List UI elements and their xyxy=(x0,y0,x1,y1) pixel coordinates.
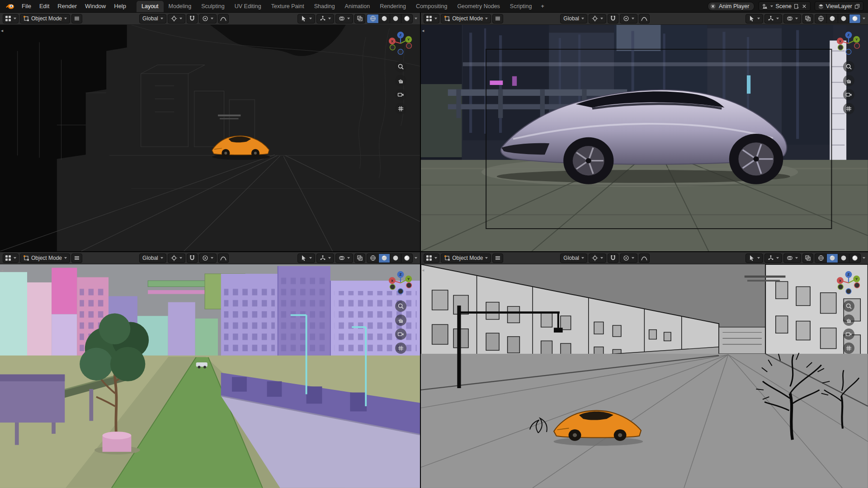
xray-toggle-button[interactable] xyxy=(354,14,365,23)
shading-rendered-button[interactable] xyxy=(401,254,412,263)
workspace-tab-animation[interactable]: Animation xyxy=(340,1,375,12)
viewport-canvas-solid-mono[interactable]: Z Y X xyxy=(421,264,868,488)
menu-edit[interactable]: Edit xyxy=(35,0,53,13)
zoom-button[interactable] xyxy=(395,61,406,72)
workspace-tab-shading[interactable]: Shading xyxy=(309,1,340,12)
unlink-scene-icon[interactable] xyxy=(802,4,807,9)
object-visibility-dropdown[interactable] xyxy=(297,253,315,263)
pan-view-button[interactable] xyxy=(395,314,406,326)
workspace-tab-uv-editing[interactable]: UV Editing xyxy=(230,1,266,12)
workspace-tab-modeling[interactable]: Modeling xyxy=(164,1,197,12)
falloff-button[interactable] xyxy=(639,14,650,23)
shading-material-button[interactable] xyxy=(390,254,401,263)
shading-material-button[interactable] xyxy=(390,14,401,23)
shading-material-button[interactable] xyxy=(838,14,849,23)
object-visibility-dropdown[interactable] xyxy=(297,14,315,23)
grid-orthographic-button[interactable] xyxy=(395,343,406,354)
shading-options-chevron[interactable] xyxy=(863,18,865,19)
workspace-tab-texture-paint[interactable]: Texture Paint xyxy=(266,1,309,12)
zoom-button[interactable] xyxy=(843,300,854,312)
xray-toggle-button[interactable] xyxy=(802,14,813,23)
shading-wireframe-button[interactable] xyxy=(815,14,826,23)
camera-view-button[interactable] xyxy=(395,89,406,100)
grid-orthographic-button[interactable] xyxy=(843,343,854,354)
proportional-editing-dropdown[interactable] xyxy=(199,253,217,263)
anim-player-indicator[interactable]: Anim Player xyxy=(708,2,755,11)
shading-wireframe-button[interactable] xyxy=(815,254,826,263)
shading-wireframe-button[interactable] xyxy=(367,254,378,263)
toolbar-toggle-arrow[interactable]: ◂ xyxy=(422,268,424,272)
viewport-canvas-solid-color[interactable]: Z Y X xyxy=(0,264,420,488)
workspace-tab-sculpting[interactable]: Sculpting xyxy=(196,1,229,12)
workspace-tab-rendering[interactable]: Rendering xyxy=(375,1,411,12)
pan-view-button[interactable] xyxy=(843,314,854,326)
blender-menu-button[interactable] xyxy=(3,3,18,10)
menu-help[interactable]: Help xyxy=(110,0,130,13)
view-axis-gizmo[interactable]: Z Y X xyxy=(387,29,415,57)
mode-dropdown[interactable]: Object Mode xyxy=(441,253,491,263)
close-circle-icon[interactable] xyxy=(710,3,716,9)
snap-toggle-button[interactable] xyxy=(608,253,618,263)
editor-type-button[interactable] xyxy=(424,14,439,23)
snap-target-dropdown[interactable] xyxy=(589,14,606,23)
add-workspace-button[interactable]: + xyxy=(537,1,548,12)
snap-target-dropdown[interactable] xyxy=(168,14,185,23)
copy-layer-icon[interactable] xyxy=(854,4,860,9)
xray-toggle-button[interactable] xyxy=(802,253,813,263)
transform-orientation-dropdown[interactable]: Global xyxy=(139,14,166,23)
view-axis-gizmo[interactable]: Z Y X xyxy=(835,269,863,297)
viewport-canvas-rendered[interactable]: Z Y X xyxy=(421,25,868,251)
camera-view-button[interactable] xyxy=(843,328,854,340)
workspace-tab-scripting[interactable]: Scripting xyxy=(505,1,537,12)
workspace-tab-compositing[interactable]: Compositing xyxy=(411,1,452,12)
transform-orientation-dropdown[interactable]: Global xyxy=(139,253,166,263)
transform-orientation-dropdown[interactable]: Global xyxy=(560,253,587,263)
pan-view-button[interactable] xyxy=(395,75,406,86)
transform-orientation-dropdown[interactable]: Global xyxy=(560,14,587,23)
viewport-menus-button[interactable] xyxy=(492,14,503,23)
falloff-button[interactable] xyxy=(639,253,650,263)
snap-toggle-button[interactable] xyxy=(187,14,198,23)
overlays-dropdown[interactable] xyxy=(335,253,353,263)
grid-orthographic-button[interactable] xyxy=(843,103,854,114)
camera-view-button[interactable] xyxy=(843,89,854,100)
snap-target-dropdown[interactable] xyxy=(589,253,606,263)
workspace-tab-layout[interactable]: Layout xyxy=(137,1,164,12)
proportional-editing-dropdown[interactable] xyxy=(620,253,637,263)
view-axis-gizmo[interactable]: Z Y X xyxy=(835,29,863,57)
overlays-dropdown[interactable] xyxy=(783,253,801,263)
shading-options-chevron[interactable] xyxy=(415,257,417,259)
object-visibility-dropdown[interactable] xyxy=(745,14,763,23)
toolbar-toggle-arrow[interactable]: ◂ xyxy=(1,28,3,33)
toolbar-toggle-arrow[interactable]: ◂ xyxy=(422,28,424,33)
shading-solid-button[interactable] xyxy=(826,254,838,263)
toolbar-toggle-arrow[interactable]: ◂ xyxy=(1,268,3,272)
falloff-button[interactable] xyxy=(218,253,229,263)
viewport-menus-button[interactable] xyxy=(492,253,503,263)
editor-type-button[interactable] xyxy=(3,253,19,263)
gizmos-dropdown[interactable] xyxy=(764,14,782,23)
shading-solid-button[interactable] xyxy=(826,14,838,23)
viewport-menus-button[interactable] xyxy=(71,253,82,263)
view-layer-selector[interactable]: ViewLayer xyxy=(815,1,863,11)
shading-wireframe-button[interactable] xyxy=(367,14,378,23)
shading-solid-button[interactable] xyxy=(378,14,390,23)
menu-file[interactable]: File xyxy=(18,0,35,13)
proportional-editing-dropdown[interactable] xyxy=(620,14,637,23)
gizmos-dropdown[interactable] xyxy=(316,14,334,23)
shading-rendered-button[interactable] xyxy=(401,14,412,23)
snap-toggle-button[interactable] xyxy=(187,253,198,263)
falloff-button[interactable] xyxy=(218,14,229,23)
mode-dropdown[interactable]: Object Mode xyxy=(441,14,491,23)
workspace-tab-geometry-nodes[interactable]: Geometry Nodes xyxy=(452,1,505,12)
gizmos-dropdown[interactable] xyxy=(764,253,782,263)
viewport-menus-button[interactable] xyxy=(71,14,82,23)
overlays-dropdown[interactable] xyxy=(783,14,801,23)
object-visibility-dropdown[interactable] xyxy=(745,253,763,263)
mode-dropdown[interactable]: Object Mode xyxy=(20,14,70,23)
proportional-editing-dropdown[interactable] xyxy=(199,14,217,23)
shading-options-chevron[interactable] xyxy=(863,257,865,259)
snap-toggle-button[interactable] xyxy=(608,14,618,23)
shading-rendered-button[interactable] xyxy=(849,254,860,263)
grid-orthographic-button[interactable] xyxy=(395,103,406,114)
